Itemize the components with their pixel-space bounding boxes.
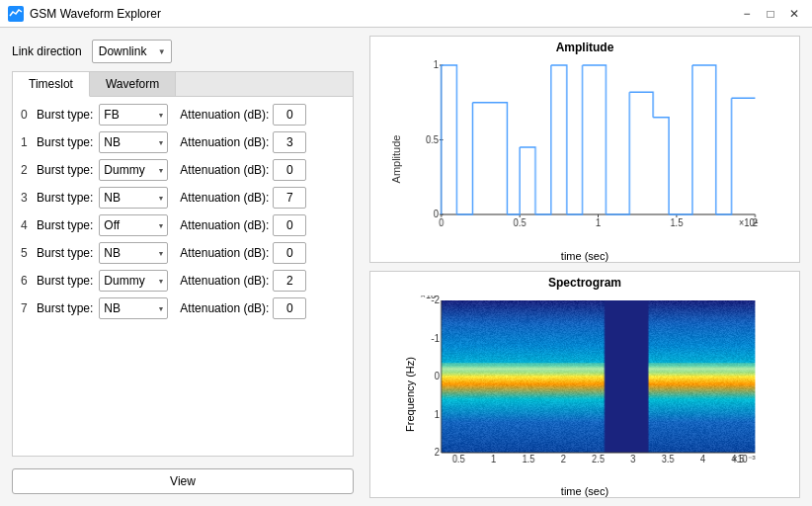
amplitude-chart-title: Amplitude [370,37,799,56]
app-icon [8,6,24,22]
amplitude-chart-container: Amplitude Amplitude time (sec) [369,36,800,263]
burst-type-select-0[interactable]: FBNBDummyOffSBAB [99,104,168,126]
burst-label-3: Burst type: [37,191,93,205]
tab-timeslot[interactable]: Timeslot [13,72,90,97]
atten-input-4[interactable] [273,214,306,236]
burst-id-5: 5 [21,246,33,260]
atten-input-0[interactable] [273,104,306,126]
burst-id-1: 1 [21,135,33,149]
window-title: GSM Waveform Explorer [30,7,161,21]
burst-type-select-4[interactable]: FBNBDummyOffSBAB [99,214,168,236]
tab-waveform[interactable]: Waveform [90,72,176,96]
atten-label-1: Attenuation (dB): [180,135,269,149]
burst-label-4: Burst type: [37,218,93,232]
atten-label-5: Attenuation (dB): [180,246,269,260]
burst-type-select-1[interactable]: FBNBDummyOffSBAB [99,131,168,153]
burst-id-2: 2 [21,163,33,177]
atten-label-6: Attenuation (dB): [180,274,269,288]
atten-input-7[interactable] [273,297,306,319]
burst-row-5: 5Burst type:FBNBDummyOffSBABAttenuation … [13,239,353,267]
atten-input-1[interactable] [273,131,306,153]
maximize-button[interactable]: □ [761,4,780,24]
atten-label-7: Attenuation (dB): [180,301,269,315]
burst-id-0: 0 [21,108,33,122]
atten-input-3[interactable] [273,187,306,209]
amplitude-x-label: time (sec) [561,250,609,262]
atten-label-2: Attenuation (dB): [180,163,269,177]
burst-type-select-2[interactable]: FBNBDummyOffSBAB [99,159,168,181]
burst-label-5: Burst type: [37,246,93,260]
amplitude-canvas [414,60,760,234]
burst-row-0: 0Burst type:FBNBDummyOffSBABAttenuation … [13,101,353,128]
close-button[interactable]: ✕ [784,4,804,24]
burst-row-6: 6Burst type:FBNBDummyOffSBABAttenuation … [13,267,353,295]
burst-id-7: 7 [21,301,33,315]
atten-input-5[interactable] [273,242,306,264]
link-direction-label: Link direction [12,44,82,58]
link-direction-select[interactable]: Downlink Uplink [92,40,172,63]
burst-row-4: 4Burst type:FBNBDummyOffSBABAttenuation … [13,211,353,239]
burst-label-0: Burst type: [37,108,93,122]
spectrogram-chart-container: Spectrogram Frequency (Hz) time (sec) [369,271,800,498]
atten-label-4: Attenuation (dB): [180,218,269,232]
burst-row-7: 7Burst type:FBNBDummyOffSBABAttenuation … [13,295,353,322]
burst-type-select-3[interactable]: FBNBDummyOffSBAB [99,187,168,209]
burst-row-1: 1Burst type:FBNBDummyOffSBABAttenuation … [13,128,353,156]
link-direction-row: Link direction Downlink Uplink [12,40,354,63]
burst-row-3: 3Burst type:FBNBDummyOffSBABAttenuation … [13,184,353,211]
burst-id-4: 4 [21,218,33,232]
atten-label-3: Attenuation (dB): [180,191,269,205]
burst-type-select-5[interactable]: FBNBDummyOffSBAB [99,242,168,264]
title-bar: GSM Waveform Explorer − □ ✕ [0,0,812,28]
burst-id-6: 6 [21,274,33,288]
amplitude-y-label: Amplitude [390,135,402,184]
burst-id-3: 3 [21,191,33,205]
burst-label-1: Burst type: [37,135,93,149]
burst-label-7: Burst type: [37,301,93,315]
burst-type-select-6[interactable]: FBNBDummyOffSBAB [99,270,168,292]
burst-label-6: Burst type: [37,274,93,288]
minimize-button[interactable]: − [737,4,757,24]
atten-input-6[interactable] [273,270,306,292]
atten-input-2[interactable] [273,159,306,181]
right-panel: Amplitude Amplitude time (sec) Spectrogr… [365,28,812,506]
spectrogram-chart-title: Spectrogram [370,272,799,292]
spectrogram-canvas [414,295,760,469]
atten-label-0: Attenuation (dB): [180,108,269,122]
tab-container: Timeslot Waveform 0Burst type:FBNBDummyO… [12,71,354,457]
burst-label-2: Burst type: [37,163,93,177]
spectrogram-x-label: time (sec) [561,485,609,497]
burst-type-select-7[interactable]: FBNBDummyOffSBAB [99,297,168,319]
view-button[interactable]: View [12,468,354,494]
burst-row-2: 2Burst type:FBNBDummyOffSBABAttenuation … [13,156,353,184]
spectrogram-y-label: Frequency (Hz) [404,357,416,432]
left-panel: Link direction Downlink Uplink Timeslot … [0,28,365,506]
